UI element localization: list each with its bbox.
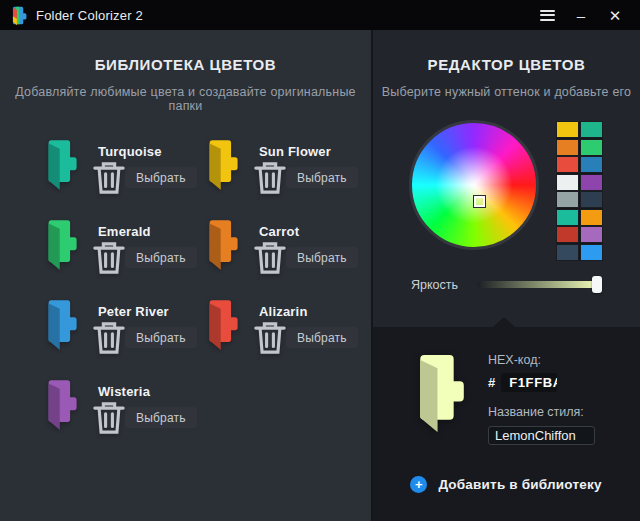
select-color-button[interactable]: Выбрать [125, 247, 197, 268]
main-content: БИБЛИОТЕКА ЦВЕТОВ Добавляйте любимые цве… [0, 30, 640, 521]
color-swatch[interactable] [581, 122, 602, 137]
folder-icon [205, 139, 239, 191]
color-swatch[interactable] [557, 122, 578, 137]
library-folder-item: Wisteria Выбрать [44, 379, 205, 431]
select-color-button[interactable]: Выбрать [125, 407, 197, 428]
select-color-button[interactable]: Выбрать [125, 327, 197, 348]
app-logo-icon [10, 6, 27, 25]
brightness-slider[interactable] [477, 281, 599, 288]
color-wheel-cursor[interactable] [474, 196, 485, 207]
library-grid: Turquoise Выбрать Sun Flower [0, 139, 371, 431]
brightness-row: Яркость [411, 278, 640, 292]
folder-icon [205, 299, 239, 351]
preview-row: HEX-код: # Название стиля: [413, 353, 640, 445]
color-swatch[interactable] [557, 175, 578, 190]
color-swatch[interactable] [557, 245, 578, 260]
color-wheel[interactable] [409, 120, 539, 250]
brightness-label: Яркость [411, 278, 458, 292]
folder-icon [44, 379, 78, 431]
color-swatch[interactable] [557, 140, 578, 155]
delete-color-button[interactable] [98, 167, 120, 188]
delete-color-button[interactable] [98, 327, 120, 348]
color-swatch[interactable] [581, 192, 602, 207]
style-name-label: Название стиля: [488, 405, 595, 419]
title-bar: Folder Colorizer 2 – ✕ [0, 0, 640, 30]
color-picker-row [409, 120, 640, 261]
add-to-library-button[interactable]: + Добавить в библиотеку [373, 476, 639, 493]
color-swatch[interactable] [581, 210, 602, 225]
app-window: Folder Colorizer 2 – ✕ БИБЛИОТЕКА ЦВЕТОВ… [0, 0, 640, 521]
menu-button[interactable] [530, 2, 564, 28]
library-folder-item: Alizarin Выбрать [205, 299, 366, 351]
delete-color-button[interactable] [98, 407, 120, 428]
library-folder-item: Emerald Выбрать [44, 219, 205, 271]
minimize-icon: – [577, 8, 585, 23]
window-title: Folder Colorizer 2 [36, 8, 143, 23]
library-title: БИБЛИОТЕКА ЦВЕТОВ [0, 56, 371, 73]
card-notch [493, 317, 515, 327]
library-folder-item: Peter River Выбрать [44, 299, 205, 351]
folder-icon [44, 299, 78, 351]
add-to-library-label: Добавить в библиотеку [438, 477, 601, 492]
delete-color-button[interactable] [259, 247, 281, 268]
menu-icon [540, 10, 555, 21]
editor-title: РЕДАКТОР ЦВЕТОВ [373, 56, 640, 73]
color-swatch[interactable] [581, 245, 602, 260]
color-library-panel: БИБЛИОТЕКА ЦВЕТОВ Добавляйте любимые цве… [0, 30, 373, 521]
style-name-input[interactable] [488, 426, 595, 445]
hex-label: HEX-код: [488, 353, 595, 367]
select-color-button[interactable]: Выбрать [286, 247, 358, 268]
hex-row: # [488, 373, 595, 392]
trash-icon [92, 152, 126, 204]
delete-color-button[interactable] [259, 167, 281, 188]
library-subtitle: Добавляйте любимые цвета и создавайте ор… [0, 85, 371, 113]
color-swatch[interactable] [557, 157, 578, 172]
select-color-button[interactable]: Выбрать [286, 167, 358, 188]
plus-icon: + [410, 476, 427, 493]
close-icon: ✕ [609, 8, 622, 23]
delete-color-button[interactable] [259, 327, 281, 348]
select-color-button[interactable]: Выбрать [125, 167, 197, 188]
library-folder-item: Sun Flower Выбрать [205, 139, 366, 191]
minimize-button[interactable]: – [564, 2, 598, 28]
trash-icon [253, 312, 287, 364]
library-folder-item: Turquoise Выбрать [44, 139, 205, 191]
select-color-button[interactable]: Выбрать [286, 327, 358, 348]
color-swatch[interactable] [581, 140, 602, 155]
color-fields: HEX-код: # Название стиля: [488, 353, 595, 445]
brightness-slider-thumb[interactable] [592, 276, 602, 293]
color-swatch[interactable] [581, 227, 602, 242]
color-swatch[interactable] [581, 157, 602, 172]
folder-icon [205, 219, 239, 271]
color-swatch[interactable] [557, 192, 578, 207]
delete-color-button[interactable] [98, 247, 120, 268]
trash-icon [253, 152, 287, 204]
hex-code-input[interactable] [501, 373, 557, 392]
hex-hash-prefix: # [488, 375, 495, 390]
trash-icon [253, 232, 287, 284]
trash-icon [92, 232, 126, 284]
folder-icon [44, 139, 78, 191]
folder-icon [44, 219, 78, 271]
color-editor-panel: РЕДАКТОР ЦВЕТОВ Выберите нужный оттенок … [373, 30, 640, 521]
library-folder-item: Carrot Выбрать [205, 219, 366, 271]
color-swatch[interactable] [581, 175, 602, 190]
editor-subtitle: Выберите нужный оттенок и добавьте его [373, 85, 640, 99]
close-button[interactable]: ✕ [598, 2, 632, 28]
color-swatch[interactable] [557, 227, 578, 242]
color-detail-card: HEX-код: # Название стиля: + Добавить в … [373, 327, 640, 521]
trash-icon [92, 312, 126, 364]
folder-preview-icon [413, 353, 466, 434]
color-swatch[interactable] [557, 210, 578, 225]
swatch-grid [556, 121, 603, 261]
trash-icon [92, 392, 126, 444]
